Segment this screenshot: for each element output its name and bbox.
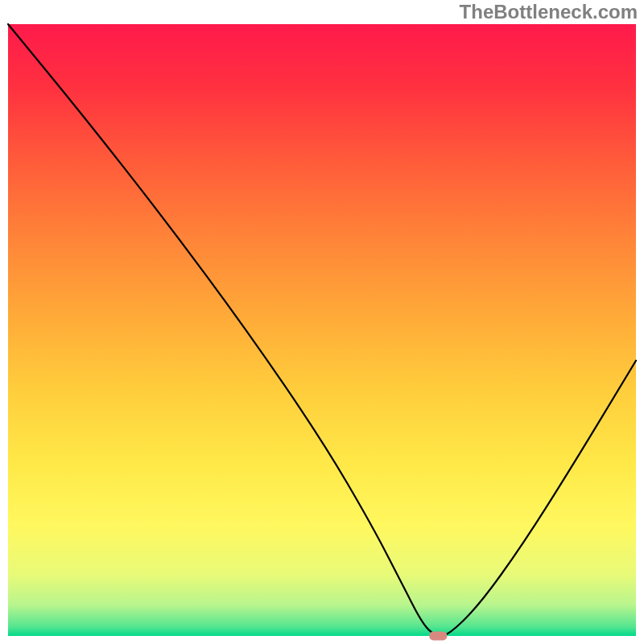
watermark-text: TheBottleneck.com bbox=[460, 1, 638, 23]
plot-svg bbox=[0, 0, 644, 644]
gradient-backdrop bbox=[8, 24, 636, 636]
optimal-marker bbox=[429, 632, 447, 641]
bottleneck-chart: TheBottleneck.com bbox=[0, 0, 644, 644]
